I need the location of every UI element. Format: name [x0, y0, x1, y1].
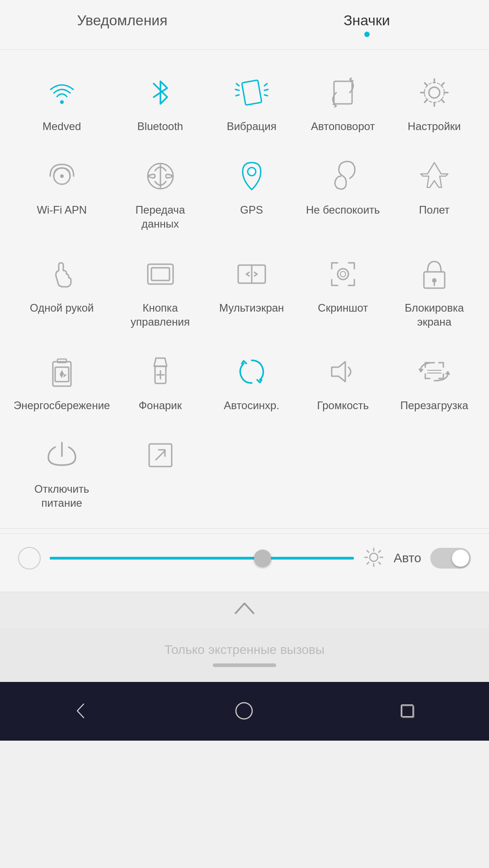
tab-icons-indicator [364, 32, 370, 37]
flashlight-icon [140, 351, 181, 392]
control-btn-label: Кнопка управления [119, 301, 201, 329]
svg-line-6 [264, 89, 268, 90]
chevron-up-icon [231, 599, 258, 621]
icon-flashlight[interactable]: Фонарик [114, 342, 206, 426]
svg-point-54 [236, 703, 252, 719]
restart-label: Перезагрузка [400, 398, 468, 412]
airplane-icon [414, 156, 455, 196]
icon-screenshot[interactable]: Скриншот [297, 245, 389, 342]
screen-lock-icon [414, 254, 455, 294]
multiscreen-label: Мультиэкран [219, 301, 284, 315]
restart-icon [414, 351, 455, 392]
brightness-min-icon [18, 547, 41, 569]
airplane-label: Полет [419, 203, 450, 217]
bluetooth-icon [140, 72, 181, 113]
screen-lock-label: Блокировка экрана [393, 301, 475, 329]
auto-brightness-toggle[interactable] [430, 548, 471, 569]
energy-save-icon [42, 351, 82, 392]
status-bar: Только экстренные вызовы [0, 628, 489, 682]
vibration-icon [231, 72, 272, 113]
wifi-apn-label: Wi-Fi APN [37, 203, 87, 217]
icon-multiscreen[interactable]: Мультиэкран [206, 245, 297, 342]
icon-volume[interactable]: Громкость [297, 342, 389, 426]
bluetooth-label: Bluetooth [137, 119, 183, 133]
icon-gps[interactable]: GPS [206, 147, 297, 244]
icon-autosync[interactable]: Автосинхр. [206, 342, 297, 426]
brightness-slider[interactable] [50, 557, 354, 560]
tab-notifications-label: Уведомления [77, 12, 167, 29]
svg-point-12 [60, 174, 64, 178]
home-button[interactable] [227, 694, 261, 728]
one-hand-icon [42, 254, 82, 294]
tab-icons-label: Значки [343, 12, 390, 29]
unknown-icon [140, 435, 181, 476]
icon-data-transfer[interactable]: Передача данных [114, 147, 206, 244]
auto-label: Авто [394, 551, 421, 565]
dnd-icon [323, 156, 363, 196]
svg-line-50 [367, 551, 369, 552]
main-content: Medved Bluetooth [0, 50, 489, 592]
multiscreen-icon [231, 254, 272, 294]
icon-unknown[interactable] [114, 426, 206, 523]
screenshot-label: Скриншот [318, 301, 368, 315]
medved-icon [42, 72, 82, 113]
brightness-area: Авто [0, 533, 489, 583]
separator [0, 528, 489, 529]
emergency-text: Только экстренные вызовы [165, 643, 324, 657]
svg-line-2 [236, 84, 239, 86]
icon-dnd[interactable]: Не беспокоить [297, 147, 389, 244]
nav-bar [0, 682, 489, 741]
recents-button[interactable] [390, 694, 424, 728]
volume-label: Громкость [317, 398, 369, 412]
gps-label: GPS [240, 203, 263, 217]
autosync-icon [231, 351, 272, 392]
vibration-label: Вибрация [227, 119, 277, 133]
svg-line-4 [236, 95, 239, 96]
svg-rect-18 [151, 268, 169, 280]
icon-restart[interactable]: Перезагрузка [389, 342, 480, 426]
icon-energy-save[interactable]: Энергосбережение [9, 342, 114, 426]
one-hand-label: Одной рукой [30, 301, 94, 315]
icon-wifi-apn[interactable]: Wi-Fi APN [9, 147, 114, 244]
svg-point-15 [248, 168, 256, 176]
svg-line-7 [264, 95, 268, 96]
medved-label: Medved [42, 119, 81, 133]
icon-settings[interactable]: Настройки [389, 63, 480, 147]
data-transfer-icon [140, 156, 181, 196]
svg-marker-32 [332, 362, 345, 382]
back-button[interactable] [65, 694, 99, 728]
data-transfer-label: Передача данных [119, 203, 201, 231]
settings-label: Настройки [408, 119, 461, 133]
svg-rect-1 [242, 80, 262, 105]
tab-notifications[interactable]: Уведомления [0, 0, 244, 49]
icon-airplane[interactable]: Полет [389, 147, 480, 244]
tab-icons[interactable]: Значки [244, 0, 489, 49]
svg-line-53 [367, 562, 369, 564]
icon-autorotate[interactable]: Автоповорот [297, 63, 389, 147]
flashlight-label: Фонарик [139, 398, 182, 412]
autorotate-icon [323, 72, 363, 113]
power-off-label: Отключить питание [14, 482, 110, 510]
svg-line-3 [235, 89, 239, 90]
wifi-apn-icon [42, 156, 82, 196]
icon-power-off[interactable]: Отключить питание [9, 426, 114, 523]
volume-icon [323, 351, 363, 392]
icon-screen-lock[interactable]: Блокировка экрана [389, 245, 480, 342]
icon-one-hand[interactable]: Одной рукой [9, 245, 114, 342]
energy-save-label: Энергосбережение [14, 398, 110, 412]
icon-medved[interactable]: Medved [9, 63, 114, 147]
svg-point-22 [340, 271, 346, 277]
svg-line-52 [379, 551, 381, 552]
dnd-label: Не беспокоить [306, 203, 380, 217]
icon-bluetooth[interactable]: Bluetooth [114, 63, 206, 147]
icon-control-btn[interactable]: Кнопка управления [114, 245, 206, 342]
bottom-drawer[interactable] [0, 592, 489, 628]
icon-vibration[interactable]: Вибрация [206, 63, 297, 147]
icons-grid: Medved Bluetooth [0, 59, 489, 528]
svg-line-5 [264, 84, 267, 86]
autosync-label: Автосинхр. [224, 398, 279, 412]
svg-rect-27 [57, 359, 66, 363]
toggle-knob [452, 550, 469, 567]
svg-point-0 [60, 100, 64, 104]
gps-icon [231, 156, 272, 196]
